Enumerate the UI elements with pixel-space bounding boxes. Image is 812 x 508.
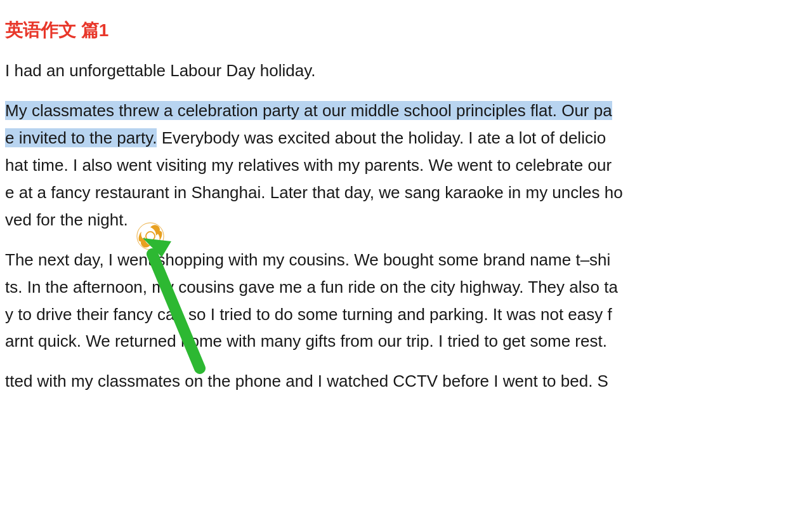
text-2-2-rest: Everybody was excited about the holiday.… (157, 128, 606, 147)
line-2-2: e invited to the party. Everybody was ex… (5, 124, 807, 152)
paragraph-1: I had an unforgettable Labour Day holida… (5, 57, 807, 84)
line-1-1: I had an unforgettable Labour Day holida… (5, 57, 807, 84)
svg-point-1 (146, 232, 155, 241)
page-title: 英语作文 篇1 (5, 19, 807, 42)
paragraph-2: My classmates threw a celebration party … (5, 97, 807, 233)
line-2-5: ved for the night. (5, 206, 807, 234)
text-content: I had an unforgettable Labour Day holida… (5, 57, 807, 408)
line-3-2: ts. In the afternoon, my cousins gave me… (5, 274, 807, 301)
page-container: 英语作文 篇1 I had an unforgettable Labour Da… (0, 0, 812, 508)
highlight-2-1: My classmates threw a celebration party … (5, 101, 612, 120)
line-4-1: tted with my classmates on the phone and… (5, 368, 807, 395)
line-3-1: The next day, I went shopping with my co… (5, 246, 807, 274)
paragraph-4: tted with my classmates on the phone and… (5, 368, 807, 395)
openai-logo (136, 222, 164, 250)
line-3-3: y to drive their fancy car, so I tried t… (5, 301, 807, 328)
highlight-2-2: e invited to the party. (5, 128, 157, 147)
line-3-4: arnt quick. We returned home with many g… (5, 328, 807, 355)
line-2-3: hat time. I also went visiting my relati… (5, 152, 807, 179)
paragraph-3: The next day, I went shopping with my co… (5, 246, 807, 356)
line-2-4: e at a fancy restaurant in Shanghai. Lat… (5, 179, 807, 206)
line-2-1: My classmates threw a celebration party … (5, 97, 807, 124)
